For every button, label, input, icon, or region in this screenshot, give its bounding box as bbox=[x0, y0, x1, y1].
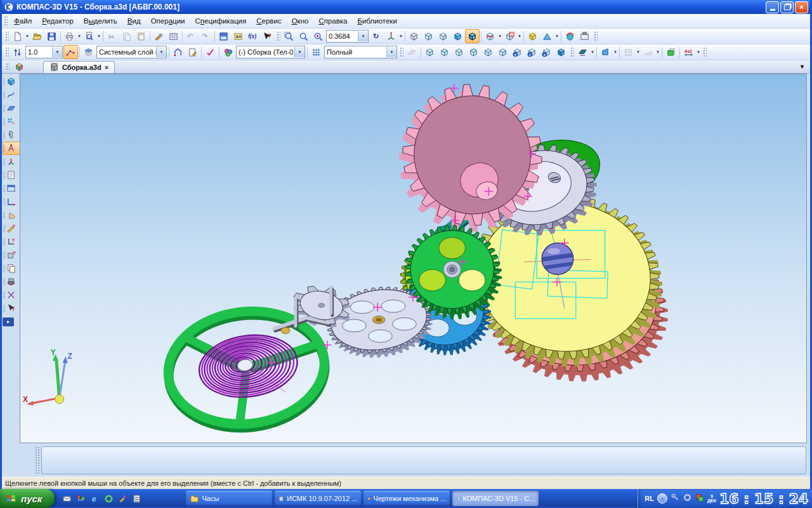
toolbar-grip[interactable] bbox=[570, 46, 574, 58]
show-panels-button[interactable] bbox=[216, 29, 231, 43]
ql-paint[interactable] bbox=[118, 494, 128, 504]
detail-combo[interactable]: Полный▼ bbox=[324, 46, 397, 58]
print-preview-button[interactable] bbox=[82, 29, 96, 43]
stamp-item-button[interactable] bbox=[3, 275, 20, 288]
copy-button[interactable] bbox=[119, 29, 134, 43]
step-value-button[interactable] bbox=[10, 45, 25, 59]
tray-clock[interactable]: 16 : 15 : 24 bbox=[719, 491, 808, 507]
tray-collapse-chevron[interactable]: ‹ bbox=[657, 493, 667, 504]
display-hidden-removed-button[interactable] bbox=[421, 29, 436, 43]
view-cube-z-button[interactable]: z bbox=[525, 45, 539, 59]
cross-arrows-button[interactable] bbox=[3, 288, 20, 302]
menu-item-8[interactable]: Окно bbox=[287, 15, 314, 27]
document-manager-button[interactable] bbox=[12, 60, 27, 74]
view-cube-5-button[interactable] bbox=[481, 45, 495, 59]
functions-button[interactable]: f(x) bbox=[246, 29, 260, 43]
part-cube-button[interactable] bbox=[3, 75, 20, 88]
slope-tool-dropdown-arrow[interactable]: ▼ bbox=[655, 50, 660, 54]
ell[interactable] bbox=[281, 328, 290, 334]
close-button[interactable]: × bbox=[795, 1, 808, 13]
zoom-scale-combo[interactable]: 0.3684▼ bbox=[326, 30, 369, 43]
new-document-dropdown-arrow[interactable]: ▼ bbox=[25, 34, 30, 38]
ql-network[interactable] bbox=[76, 494, 86, 504]
sketch-contour-button[interactable] bbox=[171, 45, 185, 59]
check-object-button[interactable] bbox=[203, 45, 218, 59]
display-wireframe-button[interactable] bbox=[407, 29, 421, 43]
tab-sborka[interactable]: Сборка.a3d × bbox=[43, 61, 115, 73]
property-bar-panel[interactable] bbox=[41, 446, 806, 474]
dimension-tool-button[interactable]: A±1 bbox=[681, 45, 696, 59]
spatial-curve-button[interactable] bbox=[3, 88, 20, 102]
layer-combo[interactable]: Системный слой (0)▼ bbox=[96, 46, 167, 58]
cut-button[interactable]: ✂ bbox=[105, 29, 119, 43]
view-cube-1-button[interactable] bbox=[422, 45, 437, 59]
toolbar-grip[interactable] bbox=[399, 46, 403, 58]
start-button[interactable]: пуск bbox=[0, 489, 55, 508]
toolbar-grip[interactable] bbox=[702, 46, 707, 58]
paste-button[interactable] bbox=[134, 29, 148, 43]
toolbar-grip[interactable] bbox=[276, 30, 280, 42]
section-zone-dropdown-arrow[interactable]: ▼ bbox=[517, 34, 522, 38]
zoom-area-button[interactable] bbox=[282, 29, 296, 43]
view-cube-x-button[interactable]: x bbox=[539, 45, 554, 59]
step-combo[interactable]: 1.0▼ bbox=[25, 46, 63, 58]
redo-button[interactable]: ↷ bbox=[199, 29, 213, 43]
surface-tools-dropdown-arrow[interactable]: ▼ bbox=[590, 50, 595, 54]
zoom-selection-button[interactable] bbox=[296, 29, 311, 43]
restore-button[interactable] bbox=[780, 1, 794, 13]
sheet-tool-dropdown-arrow[interactable]: ▼ bbox=[636, 50, 641, 54]
print-dropdown-arrow[interactable]: ▼ bbox=[77, 34, 82, 38]
3d-viewport[interactable]: XYZ bbox=[20, 74, 807, 443]
taskbar-task-4[interactable]: КОМПАС-3D V15 - С... bbox=[452, 491, 539, 506]
print-preview-dropdown-arrow[interactable]: ▼ bbox=[96, 34, 102, 38]
detail-level-button[interactable] bbox=[309, 45, 324, 59]
menu-item-6[interactable]: Спецификация bbox=[190, 15, 251, 27]
menubar-grip[interactable] bbox=[3, 15, 8, 27]
wedge-tool-button[interactable] bbox=[598, 45, 613, 59]
menu-item-2[interactable]: Редактор bbox=[37, 15, 79, 27]
property-bar-grip[interactable] bbox=[35, 446, 40, 474]
view-shaded-cube-button[interactable] bbox=[554, 45, 568, 59]
taskbar-task-3[interactable]: Чертежи механизма ... bbox=[363, 491, 450, 506]
hatch-question-button[interactable]: ? bbox=[3, 248, 20, 262]
copy-properties-button[interactable] bbox=[152, 29, 166, 43]
display-shaded-button[interactable] bbox=[450, 29, 465, 43]
tray-key[interactable] bbox=[671, 493, 680, 505]
ql-internet-explorer[interactable]: e bbox=[90, 494, 100, 504]
mirror-plane-button[interactable] bbox=[405, 45, 419, 59]
simplified-display-button[interactable] bbox=[525, 29, 540, 43]
snap-points-button[interactable] bbox=[63, 45, 78, 59]
print-button[interactable] bbox=[62, 29, 77, 43]
menu-item-5[interactable]: Операции bbox=[146, 15, 190, 27]
hand-item-button[interactable] bbox=[3, 208, 20, 222]
copy-doc-button[interactable] bbox=[3, 262, 20, 275]
tab-overflow-arrow[interactable]: ▼ bbox=[799, 64, 805, 70]
panel-expand-button[interactable]: ▸ bbox=[3, 318, 14, 326]
menu-item-10[interactable]: Библиотеки bbox=[353, 15, 402, 27]
surface-tools-button[interactable] bbox=[575, 45, 590, 59]
box-tool-button[interactable] bbox=[664, 45, 678, 59]
menu-item-9[interactable]: Справка bbox=[313, 15, 352, 27]
specification-button[interactable] bbox=[3, 168, 20, 182]
menu-item-3[interactable]: Выделить bbox=[79, 15, 122, 27]
clip-display-dropdown-arrow[interactable]: ▼ bbox=[554, 34, 560, 38]
cursor-question-button[interactable]: ? bbox=[3, 302, 20, 315]
save-document-button[interactable] bbox=[44, 29, 59, 43]
ql-green-app[interactable] bbox=[104, 494, 114, 504]
surface-item-button[interactable] bbox=[3, 102, 20, 115]
toolbar-grip[interactable] bbox=[4, 30, 9, 42]
rotate-view-button[interactable]: ↻ bbox=[369, 29, 384, 43]
section-zone-button[interactable] bbox=[502, 29, 517, 43]
menu-item-4[interactable]: Вид bbox=[122, 15, 146, 27]
undo-button[interactable]: ↶ bbox=[184, 29, 199, 43]
orientation-dropdown-arrow[interactable]: ▼ bbox=[398, 34, 403, 38]
designations-button[interactable] bbox=[3, 142, 20, 155]
open-document-button[interactable] bbox=[30, 29, 44, 43]
dimension-tool-dropdown-arrow[interactable]: ▼ bbox=[696, 50, 701, 54]
taskbar-task-1[interactable]: Часы bbox=[186, 491, 272, 506]
toolbar-grip[interactable] bbox=[4, 46, 9, 58]
zoom-in-button[interactable] bbox=[311, 29, 325, 43]
display-hidden-thin-button[interactable] bbox=[436, 29, 450, 43]
menu-item-7[interactable]: Сервис bbox=[251, 15, 286, 27]
context-help-button[interactable]: ? bbox=[260, 29, 275, 43]
